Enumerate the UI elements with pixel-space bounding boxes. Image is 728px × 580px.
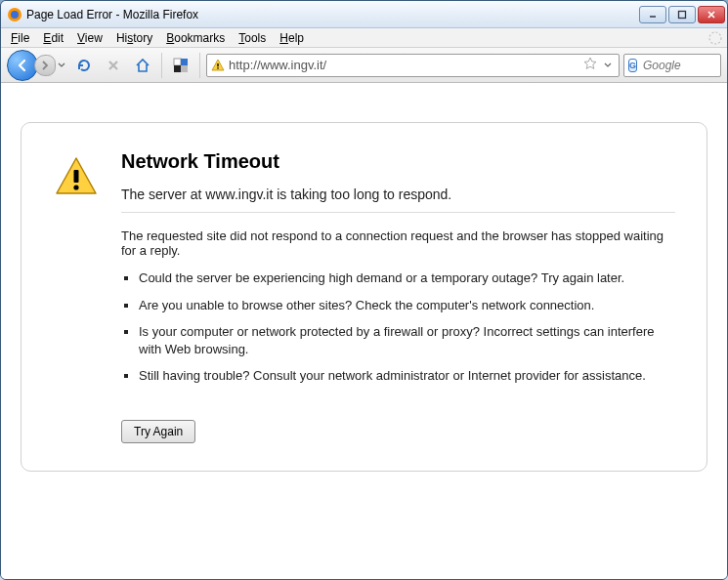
error-description: The requested site did not respond to a … — [121, 228, 675, 258]
search-bar[interactable]: G — [623, 54, 721, 77]
warning-triangle-icon — [53, 150, 100, 443]
menu-file[interactable]: File — [5, 29, 35, 47]
toolbar-divider — [161, 53, 162, 78]
error-subtitle: The server at www.ingv.it is taking too … — [121, 186, 675, 202]
bookmark-star-icon[interactable] — [583, 57, 597, 73]
svg-rect-9 — [217, 63, 218, 66]
menu-view[interactable]: View — [71, 29, 108, 47]
error-panel: Network Timeout The server at www.ingv.i… — [21, 122, 707, 472]
url-bar[interactable] — [206, 54, 620, 77]
page-content: Network Timeout The server at www.ingv.i… — [1, 83, 727, 579]
search-engine-icon[interactable]: G — [628, 59, 637, 72]
svg-point-4 — [709, 32, 721, 44]
home-button[interactable] — [130, 53, 155, 78]
window-minimize-button[interactable] — [639, 6, 666, 23]
svg-rect-7 — [174, 65, 181, 72]
divider — [121, 212, 675, 213]
menu-bookmarks[interactable]: Bookmarks — [160, 29, 231, 47]
window-maximize-button[interactable] — [668, 6, 696, 23]
list-item: Still having trouble? Consult your netwo… — [139, 367, 675, 385]
window-close-button[interactable] — [698, 6, 725, 23]
window-titlebar: Page Load Error - Mozilla Firefox — [1, 1, 727, 28]
svg-rect-3 — [679, 11, 686, 18]
forward-button[interactable] — [34, 55, 56, 76]
stop-button[interactable] — [101, 53, 126, 78]
site-warning-icon — [211, 59, 225, 72]
toolbar-divider — [199, 53, 200, 78]
delicious-bookmark-button[interactable] — [168, 53, 193, 78]
search-input[interactable] — [643, 59, 728, 72]
svg-rect-6 — [181, 59, 188, 65]
error-title: Network Timeout — [121, 150, 675, 173]
svg-rect-13 — [74, 170, 79, 183]
window-title: Page Load Error - Mozilla Firefox — [26, 8, 639, 21]
menu-help[interactable]: Help — [274, 29, 310, 47]
svg-point-14 — [73, 185, 78, 189]
menubar: File Edit View History Bookmarks Tools H… — [1, 28, 727, 48]
url-history-dropdown[interactable] — [601, 62, 615, 68]
menu-history[interactable]: History — [110, 29, 158, 47]
menu-edit[interactable]: Edit — [37, 29, 69, 47]
try-again-button[interactable]: Try Again — [121, 420, 195, 443]
svg-point-1 — [11, 11, 19, 19]
error-suggestion-list: Could the server be experiencing high de… — [139, 269, 675, 385]
svg-rect-5 — [174, 59, 181, 65]
url-input[interactable] — [229, 58, 579, 72]
list-item: Are you unable to browse other sites? Ch… — [139, 297, 675, 314]
list-item: Could the server be experiencing high de… — [139, 269, 675, 287]
menu-tools[interactable]: Tools — [233, 29, 272, 47]
nav-history-dropdown[interactable] — [56, 62, 67, 68]
reload-button[interactable] — [71, 53, 97, 78]
firefox-favicon — [7, 7, 22, 22]
navigation-toolbar: G — [1, 48, 727, 83]
svg-rect-10 — [217, 67, 218, 68]
list-item: Is your computer or network protected by… — [139, 323, 675, 357]
activity-throbber-icon — [707, 30, 723, 46]
svg-rect-8 — [181, 65, 188, 72]
